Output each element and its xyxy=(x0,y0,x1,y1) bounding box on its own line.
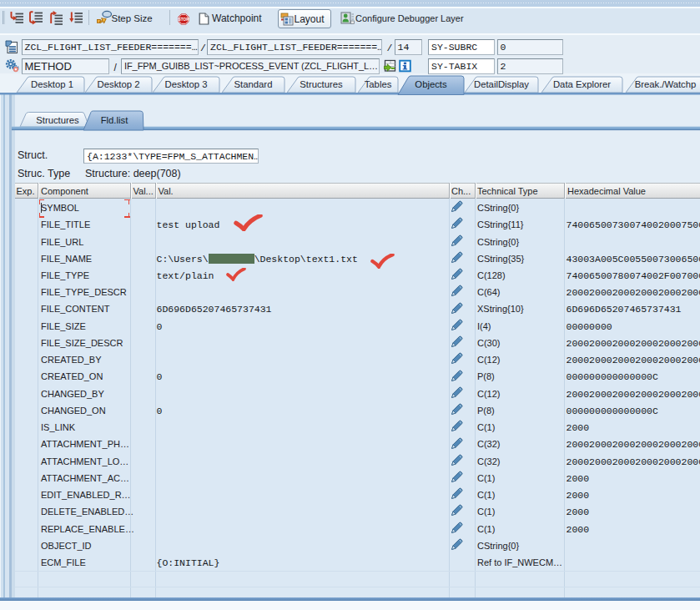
svg-text:Desktop 1: Desktop 1 xyxy=(31,79,73,89)
svg-text:Fld.list: Fld.list xyxy=(101,115,128,125)
svg-text:Standard: Standard xyxy=(234,79,273,89)
svg-text:Structures: Structures xyxy=(36,115,79,125)
svg-text:Objects: Objects xyxy=(415,79,447,89)
svg-text:Desktop 2: Desktop 2 xyxy=(98,79,140,89)
svg-text:DetailDisplay: DetailDisplay xyxy=(474,79,529,89)
svg-text:Tables: Tables xyxy=(365,79,392,89)
svg-text:Break./Watchp: Break./Watchp xyxy=(635,79,697,89)
svg-text:Structures: Structures xyxy=(300,79,343,89)
svg-text:Data Explorer: Data Explorer xyxy=(553,79,611,89)
svg-text:STOP: STOP xyxy=(178,18,189,22)
svg-text:Desktop 3: Desktop 3 xyxy=(165,79,208,89)
